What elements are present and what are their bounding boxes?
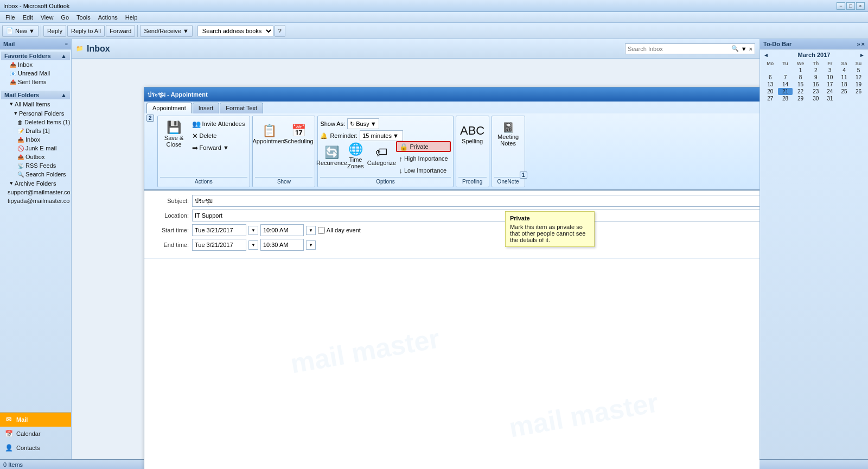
sidebar-item-unread[interactable]: 📧 Unread Mail <box>1 69 70 78</box>
mail-folders-header[interactable]: Mail Folders ▲ <box>1 91 70 99</box>
start-date-dropdown[interactable]: ▼ <box>248 226 258 235</box>
nav-mail-button[interactable]: ✉ Mail <box>0 413 71 427</box>
search-input[interactable] <box>628 46 729 52</box>
menu-file[interactable]: File <box>2 13 18 22</box>
cal-day[interactable]: 7 <box>778 74 792 81</box>
todo-expand[interactable]: » <box>857 41 860 47</box>
inbox-folder[interactable]: 📥 Inbox <box>1 135 70 144</box>
menu-view[interactable]: View <box>37 13 57 22</box>
forward-ribbon-button[interactable]: ➡ Forward ▼ <box>189 142 248 153</box>
drafts-folder[interactable]: 📝 Drafts [1] <box>1 126 70 135</box>
cal-day[interactable]: 3 <box>823 67 837 74</box>
meeting-notes-button[interactable]: 📓 MeetingNotes <box>494 118 522 151</box>
cal-day[interactable]: 1 <box>793 67 809 74</box>
account-support[interactable]: support@mailmaster.co <box>1 188 70 197</box>
nav-contacts-button[interactable]: 👤 Contacts <box>0 441 71 455</box>
cal-day[interactable]: 18 <box>837 81 851 88</box>
cal-day[interactable] <box>851 95 866 102</box>
maximize-button[interactable]: □ <box>846 2 855 10</box>
menu-actions[interactable]: Actions <box>95 13 121 22</box>
new-button[interactable]: 📄 New ▼ <box>2 25 39 37</box>
end-time-input[interactable] <box>260 239 304 251</box>
sidebar-expand[interactable]: « <box>65 41 68 47</box>
cal-day[interactable]: 22 <box>793 88 809 95</box>
spelling-button[interactable]: ABC Spelling <box>458 118 487 151</box>
show-as-combo[interactable]: ↻ Busy ▼ <box>347 118 379 129</box>
deleted-items-folder[interactable]: 🗑 Deleted Items (1) <box>1 118 70 126</box>
cal-day[interactable]: 12 <box>851 74 866 81</box>
cal-day[interactable]: 19 <box>851 81 866 88</box>
cal-day[interactable]: 15 <box>793 81 809 88</box>
cal-day[interactable]: 14 <box>778 81 792 88</box>
subject-input[interactable] <box>192 195 760 207</box>
all-mail-items[interactable]: ▾ All Mail Items <box>1 99 70 109</box>
cal-day[interactable]: 29 <box>793 95 809 102</box>
start-time-input[interactable] <box>260 224 304 236</box>
cal-day[interactable]: 24 <box>823 88 837 95</box>
search-icon[interactable]: 🔍 <box>731 45 739 52</box>
junk-email-folder[interactable]: 🚫 Junk E-mail <box>1 144 70 153</box>
cal-day[interactable]: 30 <box>809 95 823 102</box>
forward-button[interactable]: Forward <box>106 25 135 37</box>
cal-day[interactable]: 31 <box>823 95 837 102</box>
todo-close[interactable]: × <box>861 41 865 47</box>
cal-day[interactable]: 23 <box>809 88 823 95</box>
sidebar-item-sent[interactable]: 📤 Sent Items <box>1 78 70 86</box>
end-date-input[interactable] <box>192 239 246 251</box>
start-date-input[interactable] <box>192 224 246 236</box>
search-books-combo[interactable]: Search address books <box>197 26 273 36</box>
cal-day[interactable]: 17 <box>823 81 837 88</box>
high-importance-button[interactable]: ↑ High Importance <box>396 153 450 164</box>
cal-day[interactable] <box>837 95 851 102</box>
cal-today[interactable]: 21 <box>778 88 792 95</box>
appointment-body[interactable]: mail master mail master <box>144 258 760 469</box>
cal-next[interactable]: ► <box>858 52 866 58</box>
cal-day[interactable]: 11 <box>837 74 851 81</box>
close-button[interactable]: × <box>856 2 865 10</box>
cal-day[interactable] <box>762 67 778 74</box>
cal-day[interactable]: 6 <box>762 74 778 81</box>
all-day-checkbox[interactable] <box>318 227 325 234</box>
low-importance-button[interactable]: ↓ Low Importance <box>396 165 450 176</box>
appointment-show-button[interactable]: 📋 Appointment <box>255 118 283 151</box>
cal-day[interactable]: 9 <box>809 74 823 81</box>
account-tipyada[interactable]: tipyada@mailmaster.co <box>1 197 70 205</box>
send-receive-button[interactable]: Send/Receive ▼ <box>140 25 192 37</box>
cal-day[interactable]: 13 <box>762 81 778 88</box>
search-folders[interactable]: 🔍 Search Folders <box>1 170 70 179</box>
cal-day[interactable]: 2 <box>809 67 823 74</box>
reply-all-button[interactable]: Reply to All <box>67 25 105 37</box>
cal-day[interactable]: 5 <box>851 67 866 74</box>
nav-calendar-button[interactable]: 📅 Calendar <box>0 427 71 441</box>
location-input[interactable] <box>192 210 760 221</box>
cal-day[interactable]: 16 <box>809 81 823 88</box>
cal-day[interactable]: 25 <box>837 88 851 95</box>
reply-button[interactable]: Reply <box>43 25 66 37</box>
cal-day[interactable] <box>778 67 792 74</box>
cal-day[interactable]: 10 <box>823 74 837 81</box>
cal-prev[interactable]: ◄ <box>762 52 770 58</box>
scheduling-button[interactable]: 📅 Scheduling <box>284 118 312 151</box>
end-date-dropdown[interactable]: ▼ <box>248 240 258 250</box>
reminder-combo[interactable]: 15 minutes ▼ <box>360 130 403 141</box>
delete-button[interactable]: ✕ Delete <box>189 130 248 141</box>
sidebar-item-inbox-fav[interactable]: 📥 Inbox <box>1 60 70 69</box>
cal-day[interactable]: 4 <box>837 67 851 74</box>
favorite-folders-header[interactable]: Favorite Folders ▲ <box>1 52 70 60</box>
end-time-dropdown[interactable]: ▼ <box>306 240 316 250</box>
tab-appointment[interactable]: Appointment <box>146 103 192 113</box>
personal-folders[interactable]: ▾ Personal Folders <box>1 109 70 118</box>
private-button[interactable]: 🔒 Private <box>396 141 450 152</box>
search-close[interactable]: × <box>749 46 752 52</box>
archive-folders[interactable]: ▾ Archive Folders <box>1 179 70 188</box>
menu-edit[interactable]: Edit <box>20 13 36 22</box>
recurrence-button[interactable]: 🔄 Recurrence <box>320 141 343 171</box>
invite-attendees-button[interactable]: 👥 Invite Attendees <box>189 118 248 129</box>
search-dropdown[interactable]: ▼ <box>741 46 747 52</box>
cal-day[interactable]: 20 <box>762 88 778 95</box>
menu-help[interactable]: Help <box>122 13 141 22</box>
minimize-button[interactable]: − <box>837 2 845 10</box>
cal-day[interactable]: 28 <box>778 95 792 102</box>
save-close-button[interactable]: 💾 Save &Close <box>160 118 188 151</box>
tab-insert[interactable]: Insert <box>193 103 220 113</box>
